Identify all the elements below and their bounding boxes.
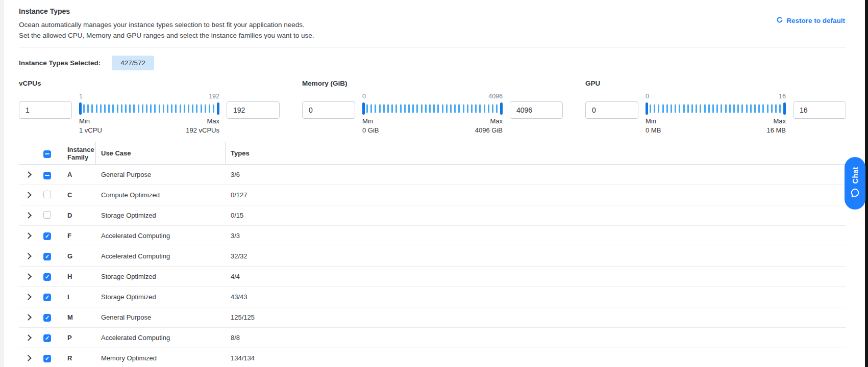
gpu-slider-min-handle[interactable]	[646, 102, 648, 115]
table-row: P Accelerated Computing 8/8	[19, 328, 846, 348]
vcpus-slider-max-handle[interactable]	[217, 102, 219, 115]
header-divider	[19, 47, 846, 47]
memory-max-caption: Max	[490, 117, 503, 125]
row-checkbox[interactable]	[43, 232, 51, 240]
types-value: 4/4	[225, 273, 846, 280]
instance-family-value: I	[62, 293, 95, 301]
instance-family-value: F	[62, 232, 95, 240]
instance-family-value: P	[62, 334, 95, 342]
vcpus-label: vCPUs	[19, 80, 280, 88]
table-row: M General Purpose 125/125	[19, 307, 846, 328]
chevron-right-icon[interactable]	[25, 294, 32, 300]
select-all-checkbox[interactable]	[43, 150, 51, 158]
use-case-value: Storage Optimized	[95, 212, 225, 219]
table-row: G Accelerated Computing 32/32	[19, 246, 846, 267]
gpu-scale-max: 16	[779, 93, 786, 102]
memory-range-section: Memory (GiB) 0 4096 Min Max	[302, 80, 563, 134]
chevron-right-icon[interactable]	[25, 314, 32, 321]
memory-max-unit: 4096 GiB	[475, 126, 503, 134]
row-checkbox[interactable]	[43, 334, 51, 342]
chevron-right-icon[interactable]	[25, 232, 32, 239]
range-sliders: vCPUs 1 192 Min Max	[19, 80, 846, 134]
types-value: 3/6	[225, 171, 846, 178]
use-case-value: General Purpose	[95, 171, 225, 178]
row-checkbox[interactable]	[43, 253, 51, 260]
instance-family-table-body: A General Purpose 3/6 C Compute Optimize…	[19, 165, 846, 367]
vcpus-min-unit: 1 vCPU	[79, 126, 102, 134]
gpu-max-input[interactable]	[793, 101, 846, 119]
selected-summary: Instance Types Selected: 427/572	[19, 55, 846, 70]
description-line-2: Set the allowed CPU, Memory and GPU rang…	[19, 30, 846, 41]
use-case-value: Compute Optimized	[95, 191, 225, 199]
selected-count-badge: 427/572	[112, 56, 154, 70]
use-case-value: Memory Optimized	[95, 354, 225, 362]
row-checkbox[interactable]	[43, 211, 51, 219]
use-case-value: Accelerated Computing	[95, 334, 225, 342]
vcpus-min-caption: Min	[79, 117, 90, 125]
restore-to-default-button[interactable]: Restore to default	[776, 16, 845, 25]
gpu-min-unit: 0 MB	[646, 126, 661, 134]
use-case-value: Accelerated Computing	[95, 252, 225, 260]
vcpus-min-input[interactable]	[19, 101, 72, 119]
types-value: 134/134	[225, 354, 846, 362]
vcpus-max-unit: 192 vCPUs	[186, 126, 219, 134]
chat-bubble-icon	[850, 188, 860, 200]
row-checkbox[interactable]	[43, 314, 51, 322]
instance-types-panel: Instance Types Ocean automatically manag…	[0, 0, 868, 367]
table-row: F Accelerated Computing 3/3	[19, 226, 846, 246]
column-header-instance-family: Instance Family	[62, 142, 95, 164]
gpu-slider-max-handle[interactable]	[783, 102, 786, 115]
vcpus-slider[interactable]	[79, 102, 219, 115]
description: Ocean automatically manages your instanc…	[19, 19, 846, 41]
types-value: 0/127	[225, 191, 846, 199]
memory-label: Memory (GiB)	[302, 80, 563, 88]
instance-family-value: M	[62, 313, 95, 321]
row-checkbox[interactable]	[43, 294, 51, 301]
column-header-types: Types	[225, 142, 846, 164]
gpu-max-unit: 16 MB	[766, 126, 786, 134]
table-row: H Storage Optimized 4/4	[19, 267, 846, 287]
chevron-right-icon[interactable]	[25, 355, 32, 361]
vcpus-range-section: vCPUs 1 192 Min Max	[19, 80, 280, 134]
use-case-value: Storage Optimized	[95, 273, 225, 280]
slider-ticks	[83, 104, 215, 113]
memory-slider-min-handle[interactable]	[362, 102, 365, 115]
types-value: 43/43	[225, 293, 846, 301]
chevron-right-icon[interactable]	[25, 273, 32, 280]
refresh-icon	[776, 16, 783, 25]
memory-slider-max-handle[interactable]	[500, 102, 503, 115]
chevron-right-icon[interactable]	[25, 212, 32, 219]
row-checkbox[interactable]	[43, 273, 51, 281]
row-checkbox[interactable]	[43, 191, 51, 198]
column-header-use-case: Use Case	[95, 142, 225, 164]
row-checkbox[interactable]	[43, 355, 51, 362]
vcpus-max-caption: Max	[207, 117, 219, 125]
instance-family-value: G	[62, 252, 95, 260]
chat-button-label: Chat	[851, 167, 859, 184]
memory-scale-min: 0	[362, 93, 366, 102]
gpu-min-input[interactable]	[585, 101, 638, 119]
vcpus-scale-min: 1	[79, 93, 83, 102]
row-checkbox[interactable]	[43, 172, 51, 179]
instance-family-value: R	[62, 354, 95, 362]
vcpus-scale-max: 192	[209, 93, 219, 102]
gpu-max-caption: Max	[773, 117, 786, 125]
memory-slider[interactable]	[362, 102, 503, 115]
restore-to-default-label: Restore to default	[786, 17, 845, 24]
chevron-right-icon[interactable]	[25, 253, 32, 259]
memory-min-input[interactable]	[302, 101, 355, 119]
chevron-right-icon[interactable]	[25, 334, 32, 341]
instance-family-value: D	[62, 212, 95, 219]
gpu-slider[interactable]	[646, 102, 786, 115]
vcpus-slider-min-handle[interactable]	[79, 102, 82, 115]
chat-button[interactable]: Chat	[845, 157, 865, 209]
use-case-value: General Purpose	[95, 313, 225, 321]
types-value: 125/125	[225, 313, 846, 321]
chevron-right-icon[interactable]	[25, 171, 32, 178]
vcpus-max-input[interactable]	[227, 101, 280, 119]
chevron-right-icon[interactable]	[25, 192, 32, 198]
instance-family-value: C	[62, 191, 95, 199]
gpu-scale-min: 0	[646, 93, 649, 102]
memory-min-unit: 0 GiB	[362, 126, 379, 134]
memory-max-input[interactable]	[510, 101, 563, 119]
